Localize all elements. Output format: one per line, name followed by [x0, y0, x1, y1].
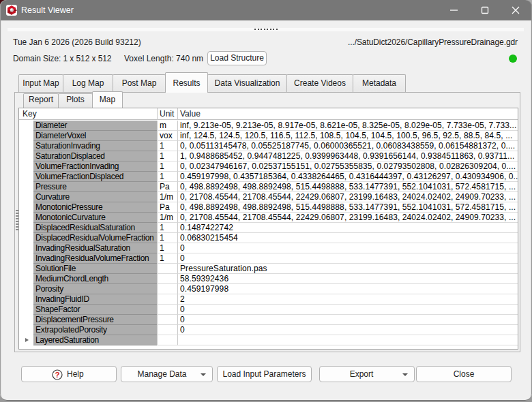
svg-text:?: ?	[55, 371, 59, 379]
